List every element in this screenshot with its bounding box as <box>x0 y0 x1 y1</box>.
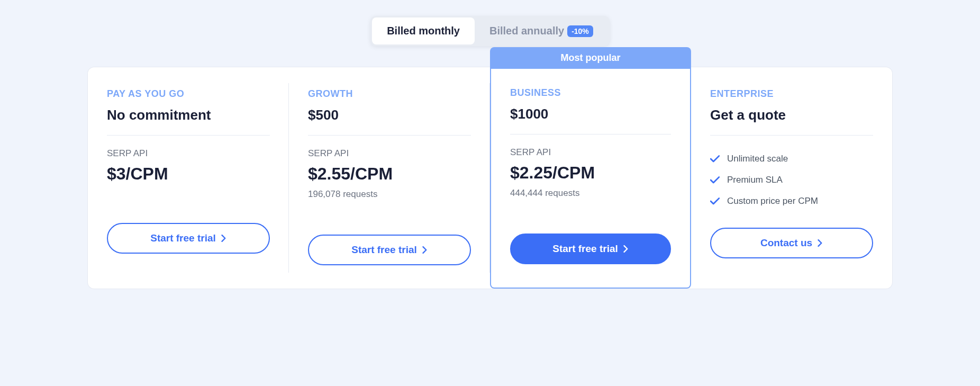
cta-label: Contact us <box>760 237 812 249</box>
requests-count: 444,444 requests <box>510 188 671 199</box>
divider <box>107 135 270 136</box>
check-icon <box>710 154 720 164</box>
start-trial-button[interactable]: Start free trial <box>107 223 270 254</box>
billing-annually-label: Billed annually <box>489 25 564 37</box>
start-trial-button[interactable]: Start free trial <box>510 234 671 264</box>
plan-price: No commitment <box>107 107 270 123</box>
plan-growth: GROWTH $500 SERP API $2.55/CPM 196,078 r… <box>289 67 490 289</box>
spacer <box>107 206 270 223</box>
api-label: SERP API <box>510 147 671 158</box>
feature-label: Unlimited scale <box>727 154 788 164</box>
cpm-price: $2.55/CPM <box>308 164 471 184</box>
cta-label: Start free trial <box>552 243 618 255</box>
plan-price: $500 <box>308 107 471 123</box>
start-trial-button[interactable]: Start free trial <box>308 235 471 265</box>
plan-business: BUSINESS $1000 SERP API $2.25/CPM 444,44… <box>490 66 691 289</box>
plan-price: $1000 <box>510 106 671 122</box>
billing-annually-toggle[interactable]: Billed annually -10% <box>475 17 608 44</box>
check-icon <box>710 196 720 206</box>
cta-label: Start free trial <box>351 244 417 256</box>
plan-name: PAY AS YOU GO <box>107 88 270 100</box>
api-label: SERP API <box>107 148 270 159</box>
plan-name: BUSINESS <box>510 87 671 98</box>
contact-us-button[interactable]: Contact us <box>710 228 873 258</box>
popular-badge: Most popular <box>490 47 691 69</box>
chevron-right-icon <box>623 245 629 253</box>
pricing-container: Most popular PAY AS YOU GO No commitment… <box>88 67 892 289</box>
plan-name: ENTERPRISE <box>710 88 873 100</box>
api-label: SERP API <box>308 148 471 159</box>
spacer <box>107 189 270 206</box>
cpm-price: $3/CPM <box>107 164 270 184</box>
chevron-right-icon <box>818 239 823 247</box>
chevron-right-icon <box>422 246 428 254</box>
divider <box>510 134 671 134</box>
cta-label: Start free trial <box>150 232 216 244</box>
plan-price: Get a quote <box>710 107 873 123</box>
plan-payg: PAY AS YOU GO No commitment SERP API $3/… <box>88 67 289 289</box>
chevron-right-icon <box>221 235 226 242</box>
divider <box>710 135 873 136</box>
billing-toggle: Billed monthly Billed annually -10% <box>21 16 959 46</box>
feature-item: Unlimited scale <box>710 148 873 169</box>
features-list: Unlimited scale Premium SLA Custom price… <box>710 148 873 212</box>
pricing-grid: PAY AS YOU GO No commitment SERP API $3/… <box>88 67 892 289</box>
spacer <box>510 217 671 234</box>
toggle-container: Billed monthly Billed annually -10% <box>370 16 610 46</box>
plan-name: GROWTH <box>308 88 471 100</box>
check-icon <box>710 175 720 185</box>
cpm-price: $2.25/CPM <box>510 163 671 183</box>
feature-item: Custom price per CPM <box>710 191 873 212</box>
billing-monthly-toggle[interactable]: Billed monthly <box>372 17 475 44</box>
feature-item: Premium SLA <box>710 169 873 191</box>
plan-enterprise: ENTERPRISE Get a quote Unlimited scale P… <box>691 67 892 289</box>
billing-monthly-label: Billed monthly <box>387 25 460 37</box>
spacer <box>308 218 471 235</box>
divider <box>308 135 471 136</box>
discount-badge: -10% <box>567 25 593 37</box>
feature-label: Custom price per CPM <box>727 196 818 207</box>
requests-count: 196,078 requests <box>308 189 471 200</box>
feature-label: Premium SLA <box>727 175 783 185</box>
